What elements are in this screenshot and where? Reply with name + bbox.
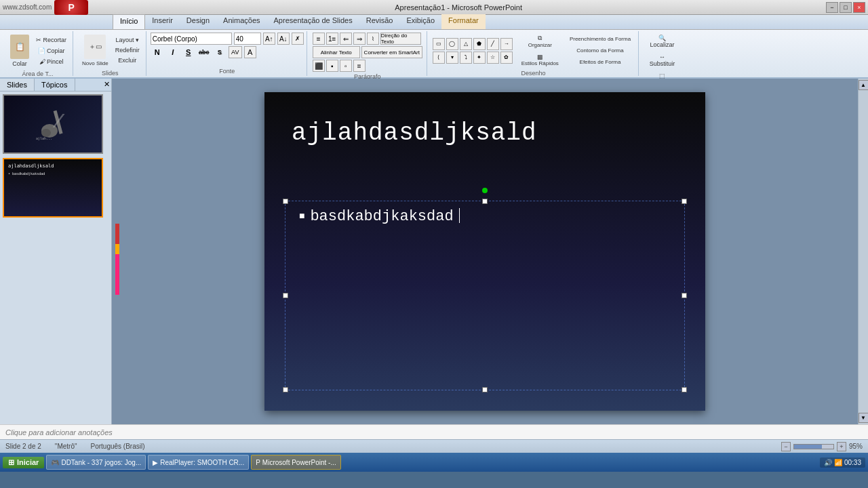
clear-format-button[interactable]: ✗: [292, 33, 304, 45]
scroll-down-button[interactable]: ▼: [859, 413, 869, 423]
shape7-button[interactable]: ⟨: [433, 52, 445, 64]
shape-outline-button[interactable]: Contorno da Forma: [566, 45, 634, 56]
slide-2-thumbnail[interactable]: ajlahdasdljksald • basdkabdjkaksdad: [3, 158, 103, 218]
shadow-button[interactable]: S: [213, 46, 226, 58]
tab-animacoes[interactable]: Animações: [216, 14, 267, 29]
taskbar-item-realplayer[interactable]: ▶ RealPlayer: SMOOTH CR...: [148, 455, 249, 470]
shape1-button[interactable]: ▭: [433, 38, 445, 50]
shape9-button[interactable]: ✦: [473, 52, 486, 64]
slide-2-container: 2 ajlahdasdljksald • basdkabdjkaksdad: [3, 158, 108, 218]
new-slide-button[interactable]: ＋▭ Novo Slide: [79, 33, 112, 68]
shape5-button[interactable]: ╱: [487, 38, 499, 50]
shape-fill-button[interactable]: Preenchimento da Forma: [566, 34, 634, 44]
align-text-button[interactable]: Alinhar Texto: [313, 46, 360, 58]
align-right-button[interactable]: ▫: [340, 60, 352, 72]
replace-button[interactable]: ↔ Substituir: [644, 52, 680, 69]
handle-bottom-center[interactable]: [482, 387, 488, 392]
indent-decrease-button[interactable]: ⇐: [340, 33, 352, 45]
font-increase-button[interactable]: A↑: [263, 33, 275, 45]
taskbar: ⊞ Iniciar 🎮 DDTank - 337 jogos: Jog... ▶…: [0, 453, 868, 472]
smartart-button[interactable]: Converter em SmartArt: [361, 46, 422, 58]
column-button[interactable]: ⌇: [367, 33, 379, 45]
italic-button[interactable]: I: [166, 46, 180, 58]
handle-middle-left[interactable]: [283, 293, 288, 298]
shape8-button[interactable]: ⤵: [460, 52, 472, 64]
shape2-button[interactable]: ◯: [446, 38, 458, 50]
tab-design[interactable]: Design: [180, 14, 216, 29]
tab-revisao[interactable]: Revisão: [359, 14, 400, 29]
slide-title: ajlahdasdljksald: [292, 119, 537, 147]
taskbar-item-ddtank[interactable]: 🎮 DDTank - 337 jogos: Jog...: [46, 455, 146, 470]
layout-button[interactable]: Layout ▾: [113, 35, 142, 45]
bullets-button[interactable]: ≡: [313, 33, 325, 45]
start-button[interactable]: ⊞ Iniciar: [3, 457, 44, 468]
font-size-input[interactable]: [234, 33, 261, 45]
ribbon-group-font: A↑ A↓ ✗ N I S abc S AV A Fonte: [148, 31, 307, 76]
tab-slides[interactable]: Slides: [0, 79, 35, 91]
handle-rotate[interactable]: [482, 188, 488, 193]
scroll-up-button[interactable]: ▲: [859, 80, 869, 90]
reset-button[interactable]: Redefinir: [113, 45, 142, 55]
font-decrease-button[interactable]: A↓: [277, 33, 290, 45]
quick-styles-button[interactable]: ▩ Estilos Rápidos: [518, 52, 562, 68]
indent-increase-button[interactable]: ⇒: [353, 33, 366, 45]
bullet-text: basdkabdjkaksdad: [310, 208, 453, 225]
tab-inicio[interactable]: Início: [113, 14, 145, 29]
sys-tray: 🔊 📶 00:33: [820, 458, 865, 468]
handle-middle-right[interactable]: [682, 293, 687, 298]
font-name-input[interactable]: [151, 33, 232, 45]
panel-close-button[interactable]: ✕: [102, 79, 111, 91]
justify-button[interactable]: ≡: [353, 60, 366, 72]
align-left-button[interactable]: ⬛: [313, 60, 325, 72]
tab-formatar[interactable]: Formatar: [441, 14, 486, 29]
canvas-area[interactable]: ajlahdasdljksald ■ basdkabdjkaksdad: [112, 79, 858, 424]
taskbar-item-powerpoint[interactable]: P Microsoft PowerPoint -...: [251, 455, 341, 470]
copy-button[interactable]: 📄 Copiar: [34, 46, 68, 56]
align-center-button[interactable]: ▪: [326, 60, 338, 72]
shape11-button[interactable]: ✿: [500, 52, 513, 64]
shape10-button[interactable]: ☆: [487, 52, 499, 64]
strikethrough-button[interactable]: abc: [197, 46, 211, 58]
slide-canvas[interactable]: ajlahdasdljksald ■ basdkabdjkaksdad: [264, 92, 705, 411]
bold-button[interactable]: N: [151, 46, 164, 58]
tab-inserir[interactable]: Inserir: [145, 14, 180, 29]
slide-1-thumbnail[interactable]: ajlah...: [3, 94, 103, 154]
handle-top-left[interactable]: [283, 199, 288, 204]
shapes-more-button[interactable]: ▾: [446, 52, 458, 64]
find-label: Localizar: [650, 41, 674, 48]
shape-effects-button[interactable]: Efeitos de Forma: [566, 57, 634, 67]
slide-bullet-item[interactable]: ■ basdkabdjkaksdad: [285, 201, 684, 232]
arrange-button[interactable]: ⧉ Organizar: [518, 33, 562, 50]
underline-button[interactable]: S: [182, 46, 195, 58]
shape6-button[interactable]: →: [500, 38, 513, 50]
shape4-button[interactable]: ⬟: [473, 38, 486, 50]
zoom-slider[interactable]: [793, 444, 834, 449]
text-direction-button[interactable]: Direção do Texto: [380, 33, 421, 45]
slide-content-box[interactable]: ■ basdkabdjkaksdad: [285, 201, 685, 390]
shape3-button[interactable]: △: [460, 38, 472, 50]
char-spacing-button[interactable]: AV: [229, 46, 242, 58]
zoom-in-button[interactable]: +: [837, 442, 846, 451]
handle-top-right[interactable]: [682, 199, 687, 204]
handle-bottom-right[interactable]: [682, 387, 687, 392]
zoom-out-button[interactable]: −: [781, 442, 791, 451]
font-color-button[interactable]: A: [244, 46, 256, 58]
delete-button[interactable]: Excluir: [113, 56, 142, 65]
close-button[interactable]: ×: [853, 2, 865, 13]
numbering-button[interactable]: 1≡: [326, 33, 338, 45]
find-button[interactable]: 🔍 Localizar: [644, 33, 680, 50]
format-painter-button[interactable]: 🖌 Pincel: [34, 57, 68, 66]
tab-topicos[interactable]: Tópicos: [35, 79, 75, 91]
handle-bottom-left[interactable]: [283, 387, 288, 392]
tab-exibicao[interactable]: Exibição: [399, 14, 441, 29]
notes-bar[interactable]: Clique para adicionar anotações: [0, 424, 868, 439]
tab-apresentacao[interactable]: Apresentação de Slides: [267, 14, 359, 29]
ddtank-label: DDTank - 337 jogos: Jog...: [61, 459, 141, 466]
handle-top-center[interactable]: [482, 199, 488, 204]
office-button[interactable]: P: [54, 0, 88, 15]
cut-button[interactable]: ✂ Recortar: [34, 35, 68, 45]
paste-button[interactable]: 📋 Colar: [7, 33, 33, 69]
minimize-button[interactable]: −: [826, 2, 838, 13]
maximize-button[interactable]: □: [840, 2, 852, 13]
ribbon-tabs: Início Inserir Design Animações Apresent…: [0, 15, 868, 30]
